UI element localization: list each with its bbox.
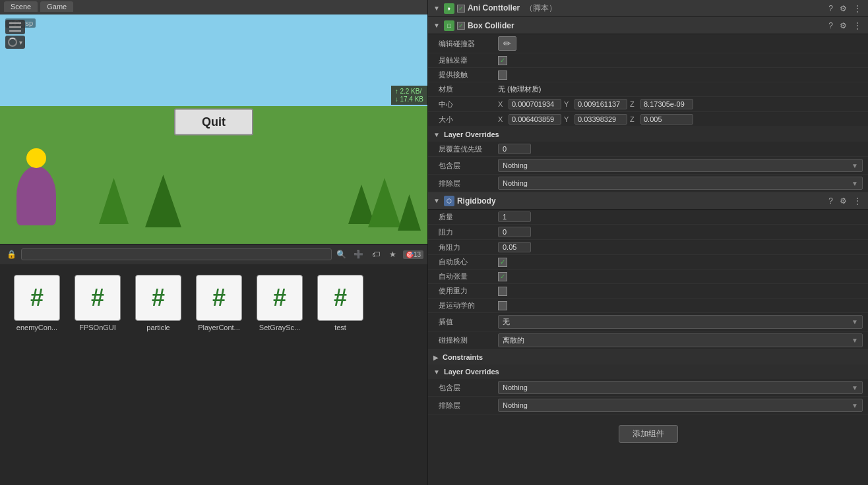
collider-help-btn[interactable]: ? (827, 21, 834, 30)
collision-detect-row: 碰撞检测 离散的 ▼ (428, 331, 868, 350)
rigidbody-help-btn[interactable]: ? (827, 196, 834, 206)
character (16, 166, 56, 225)
scene-tools: ▾ (5, 20, 25, 49)
include-layer-rigidbody-label: 包含层 (439, 383, 498, 393)
layer-overrides-rigidbody-title: Layer Overrides (444, 368, 499, 376)
asset-item-4[interactable]: # SetGraySc... (253, 275, 306, 331)
use-gravity-checkbox[interactable] (498, 287, 507, 296)
collider-menu-btn[interactable]: ⋮ (852, 21, 863, 30)
size-label: 大小 (439, 115, 498, 125)
auto-mass-label: 自动质心 (439, 257, 498, 267)
center-z-label: Z (630, 100, 638, 108)
auto-volume-checkbox[interactable]: ✓ (498, 272, 507, 281)
mass-value[interactable]: 1 (498, 212, 531, 222)
material-row: 材质 无 (物理材质) (428, 82, 868, 97)
asset-item-0[interactable]: # enemyCon... (11, 275, 63, 331)
add-icon[interactable]: ➕ (352, 247, 366, 262)
angular-drag-value[interactable]: 0.05 (498, 242, 531, 252)
exclude-layer-rigidbody-label: 排除层 (439, 401, 498, 411)
provide-contact-checkbox[interactable] (498, 71, 507, 80)
auto-mass-checkbox[interactable]: ✓ (498, 258, 507, 267)
asset-item-1[interactable]: # FPSOnGUI (71, 275, 124, 331)
collision-detect-label: 碰撞检测 (439, 335, 498, 345)
layer-overrides-rigidbody-header[interactable]: ▼ Layer Overrides (428, 364, 868, 379)
constraints-header[interactable]: ▶ Constraints (428, 350, 868, 364)
exclude-layer-collider-label: 排除层 (439, 179, 498, 188)
is-kinematic-checkbox[interactable] (498, 301, 507, 310)
center-x-value[interactable]: 0.000701934 (509, 99, 561, 109)
exclude-layer-collider-row: 排除层 Nothing ▼ (428, 175, 868, 192)
rigidbody-collapse-arrow[interactable]: ▼ (433, 197, 440, 204)
is-kinematic-label: 是运动学的 (439, 300, 498, 310)
interpolate-row: 插值 无 ▼ (428, 313, 868, 331)
exclude-layer-collider-dropdown[interactable]: Nothing ▼ (498, 177, 863, 190)
size-y-value[interactable]: 0.03398329 (574, 114, 627, 125)
scene-tab[interactable]: Scene (4, 1, 38, 12)
include-layer-collider-dropdown[interactable]: Nothing ▼ (498, 159, 863, 172)
rigidbody-title: Rigidbody (457, 196, 824, 206)
ani-menu-btn[interactable]: ⋮ (852, 4, 863, 13)
center-y-label: Y (564, 100, 572, 108)
quit-button[interactable]: Quit (174, 109, 253, 136)
ani-controller-checkbox[interactable]: ✓ (457, 5, 465, 13)
ani-controller-header: ▼ ♦ ✓ Ani Conttoller （脚本） ? ⚙ ⋮ (428, 0, 868, 17)
edit-collider-button[interactable]: ✏ (498, 36, 516, 51)
is-trigger-checkbox[interactable]: ✓ (498, 56, 507, 65)
include-layer-rigidbody-dropdown[interactable]: Nothing ▼ (498, 381, 863, 394)
include-layer-collider-row: 包含层 Nothing ▼ (428, 157, 868, 175)
exclude-layer-rigidbody-dropdown[interactable]: Nothing ▼ (498, 399, 863, 412)
game-tab[interactable]: Game (40, 1, 73, 12)
favorite-icon[interactable]: ★ (386, 247, 400, 262)
inspector-panel: ▼ ♦ ✓ Ani Conttoller （脚本） ? ⚙ ⋮ ▼ □ ✓ Bo… (427, 0, 868, 485)
provide-contact-row: 提供接触 (428, 68, 868, 82)
rigidbody-header: ▼ ⬡ Rigidbody ? ⚙ ⋮ (428, 192, 868, 210)
rigidbody-settings-btn[interactable]: ⚙ (838, 196, 848, 206)
layer-overrides-collider-title: Layer Overrides (444, 130, 499, 138)
assets-grid: # enemyCon... # FPSOnGUI # particle # Pl… (0, 264, 427, 342)
project-toolbar: 🔒 🔍 ➕ 🏷 ★ 🎯13 (0, 244, 427, 264)
is-trigger-label: 是触发器 (439, 55, 498, 65)
box-collider-icon: □ (444, 20, 454, 31)
ani-collapse-arrow[interactable]: ▼ (433, 5, 440, 12)
ani-settings-btn[interactable]: ⚙ (838, 4, 848, 13)
size-x-value[interactable]: 0.006403859 (509, 114, 561, 125)
search-input[interactable] (21, 248, 332, 260)
lock-icon[interactable]: 🔒 (4, 247, 18, 262)
layer-overrides-collider-header[interactable]: ▼ Layer Overrides (428, 127, 868, 142)
rigidbody-menu-btn[interactable]: ⋮ (852, 196, 863, 206)
layer-order-value[interactable]: 0 (498, 144, 531, 154)
angular-drag-label: 角阻力 (439, 242, 498, 252)
material-label: 材质 (439, 84, 498, 94)
center-x-label: X (498, 100, 506, 108)
collision-detect-dropdown[interactable]: 离散的 ▼ (498, 333, 863, 347)
drag-label: 阻力 (439, 227, 498, 237)
asset-item-5[interactable]: # test (314, 275, 367, 331)
network-indicator: ↑ 2.2 KB/ ↓ 17.4 KB (391, 86, 427, 105)
size-z-value[interactable]: 0.005 (640, 114, 693, 125)
asset-item-2[interactable]: # particle (132, 275, 185, 331)
layer-overrides-rigidbody-arrow[interactable]: ▼ (433, 368, 440, 376)
exclude-layer-rigidbody-row: 排除层 Nothing ▼ (428, 397, 868, 414)
use-gravity-label: 使用重力 (439, 286, 498, 296)
constraints-arrow[interactable]: ▶ (433, 354, 439, 361)
auto-volume-label: 自动张量 (439, 271, 498, 281)
use-gravity-row: 使用重力 (428, 284, 868, 299)
rigidbody-icon: ⬡ (444, 196, 454, 206)
tag-icon[interactable]: 🏷 (369, 247, 383, 262)
asset-item-3[interactable]: # PlayerCont... (193, 275, 245, 331)
ani-controller-icon: ♦ (444, 3, 454, 14)
drag-value[interactable]: 0 (498, 227, 531, 237)
center-y-value[interactable]: 0.009161137 (574, 99, 627, 109)
box-collider-checkbox[interactable]: ✓ (457, 22, 465, 30)
center-label: 中心 (439, 100, 498, 109)
edit-collider-label: 编辑碰撞器 (439, 39, 498, 49)
interpolate-dropdown[interactable]: 无 ▼ (498, 315, 863, 329)
layer-overrides-collider-arrow[interactable]: ▼ (433, 131, 440, 138)
center-z-value[interactable]: 8.17305e-09 (640, 99, 693, 109)
is-trigger-row: 是触发器 ✓ (428, 53, 868, 68)
collider-collapse-arrow[interactable]: ▼ (433, 22, 440, 29)
search-icon[interactable]: 🔍 (334, 247, 349, 262)
add-component-button[interactable]: 添加组件 (619, 425, 678, 443)
collider-settings-btn[interactable]: ⚙ (838, 21, 848, 30)
ani-help-btn[interactable]: ? (827, 4, 834, 13)
